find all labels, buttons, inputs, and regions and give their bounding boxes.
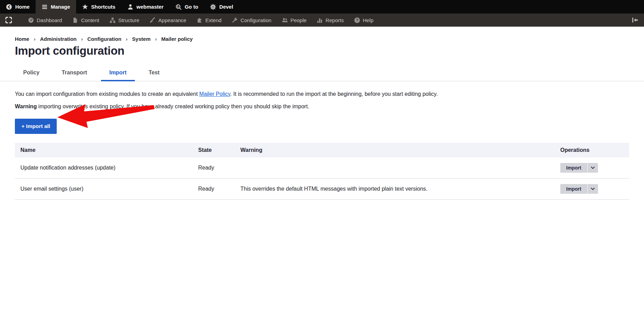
- menu-item-people[interactable]: People: [277, 13, 312, 27]
- menu-item-content[interactable]: Content: [67, 13, 104, 27]
- breadcrumb-system[interactable]: System: [132, 36, 150, 42]
- menu-item-label: Extend: [205, 17, 222, 23]
- column-header-name: Name: [15, 143, 193, 157]
- intro-paragraph: You can import configuration from existi…: [15, 91, 629, 98]
- intro-text: You can import configuration from existi…: [15, 91, 629, 110]
- people-icon: [282, 17, 288, 23]
- intro-pre-link-text: You can import configuration from existi…: [15, 91, 199, 97]
- menu-item-extend[interactable]: Extend: [192, 13, 227, 27]
- gauge-icon: [28, 17, 34, 23]
- toolbar-item-devel[interactable]: Devel: [204, 0, 239, 13]
- menu-item-structure[interactable]: Structure: [104, 13, 145, 27]
- file-icon: [72, 17, 78, 23]
- cell-warning: This overrides the default HTML messages…: [235, 179, 555, 200]
- bar-chart-icon: [317, 17, 323, 23]
- menu-item-label: Configuration: [240, 17, 271, 23]
- cell-state: Ready: [193, 179, 235, 200]
- paintbrush-icon: [150, 17, 156, 23]
- svg-text:?: ?: [356, 18, 358, 22]
- breadcrumb-separator: ›: [155, 36, 157, 42]
- hamburger-menu-icon: [42, 4, 48, 10]
- import-all-button[interactable]: + Import all: [15, 119, 57, 134]
- question-circle-icon: ?: [354, 17, 360, 23]
- warning-paragraph: Warning importing overwrites existing po…: [15, 103, 629, 110]
- toolbar-item-manage[interactable]: Manage: [36, 0, 76, 13]
- tab-policy[interactable]: Policy: [15, 65, 48, 81]
- breadcrumb-separator: ›: [34, 36, 36, 42]
- escape-admin-icon[interactable]: [0, 13, 17, 27]
- cell-operations: Import: [555, 157, 629, 179]
- cell-name: Update notification addresses (update): [15, 157, 193, 179]
- warning-bold-text: Warning: [15, 103, 37, 109]
- menu-item-help[interactable]: ? Help: [349, 13, 379, 27]
- toolbar-item-shortcuts[interactable]: Shortcuts: [76, 0, 121, 13]
- cell-operations: Import: [555, 179, 629, 200]
- menu-item-label: Appearance: [158, 17, 186, 23]
- page: Home Manage Shortcuts webmaster Go to: [0, 0, 644, 328]
- tab-transport[interactable]: Transport: [53, 65, 95, 81]
- chevron-down-icon[interactable]: [587, 163, 598, 173]
- toolbar-item-label: webmaster: [137, 4, 164, 10]
- table-row: User email settings (user) Ready This ov…: [15, 179, 629, 200]
- toolbar-item-label: Shortcuts: [91, 4, 116, 10]
- menu-item-label: Dashboard: [37, 17, 62, 23]
- menu-item-reports[interactable]: Reports: [312, 13, 349, 27]
- row-import-dropbutton[interactable]: Import: [560, 163, 598, 173]
- tabs-bar: Policy Transport Import Test: [0, 65, 644, 81]
- tab-test[interactable]: Test: [140, 65, 168, 81]
- mailer-policy-link[interactable]: Mailer Policy: [199, 91, 230, 97]
- search-icon: [175, 4, 182, 10]
- main-content: Home › Administration › Configuration › …: [0, 36, 644, 200]
- page-title: Import configuration: [15, 44, 629, 57]
- menu-item-label: Structure: [118, 17, 139, 23]
- toolbar-item-user[interactable]: webmaster: [121, 0, 169, 13]
- toolbar-item-goto[interactable]: Go to: [169, 0, 204, 13]
- wrench-icon: [232, 17, 238, 23]
- toolbar-item-label: Devel: [219, 4, 233, 10]
- menu-item-configuration[interactable]: Configuration: [227, 13, 276, 27]
- back-circle-icon: [6, 4, 12, 10]
- admin-toolbar-top: Home Manage Shortcuts webmaster Go to: [0, 0, 644, 13]
- cell-state: Ready: [193, 157, 235, 179]
- breadcrumb-mailer-policy[interactable]: Mailer policy: [161, 36, 193, 42]
- table-row: Update notification addresses (update) R…: [15, 157, 629, 179]
- import-button[interactable]: Import: [560, 184, 587, 194]
- cell-warning: [235, 157, 555, 179]
- toolbar-item-label: Home: [15, 4, 30, 10]
- gear-icon: [210, 4, 216, 10]
- row-import-dropbutton[interactable]: Import: [560, 184, 598, 194]
- menu-item-label: Reports: [325, 17, 344, 23]
- puzzle-icon: [197, 17, 203, 23]
- toolbar-item-label: Manage: [51, 4, 70, 10]
- menu-item-label: Content: [81, 17, 99, 23]
- sitemap-icon: [110, 17, 116, 23]
- breadcrumb-separator: ›: [81, 36, 83, 42]
- breadcrumb-separator: ›: [126, 36, 128, 42]
- cell-name: User email settings (user): [15, 179, 193, 200]
- user-icon: [127, 4, 134, 10]
- menu-item-appearance[interactable]: Appearance: [145, 13, 192, 27]
- breadcrumb-home[interactable]: Home: [15, 36, 29, 42]
- column-header-state: State: [193, 143, 235, 157]
- column-header-warning: Warning: [235, 143, 555, 157]
- toolbar-item-home[interactable]: Home: [0, 0, 36, 13]
- admin-toolbar-menu: Dashboard Content Structure Appearance E…: [0, 13, 644, 27]
- tab-import[interactable]: Import: [101, 65, 135, 81]
- menu-item-dashboard[interactable]: Dashboard: [23, 13, 67, 27]
- intro-post-link-text: . It is recommended to run the import at…: [230, 91, 438, 97]
- collapse-toolbar-icon[interactable]: [626, 13, 644, 27]
- import-button[interactable]: Import: [560, 163, 587, 173]
- breadcrumb-configuration[interactable]: Configuration: [88, 36, 121, 42]
- menu-item-label: Help: [363, 17, 374, 23]
- column-header-operations: Operations: [555, 143, 629, 157]
- breadcrumb-administration[interactable]: Administration: [40, 36, 77, 42]
- warning-rest-text: importing overwrites existing policy. If…: [37, 103, 309, 109]
- menu-item-label: People: [291, 17, 307, 23]
- breadcrumb: Home › Administration › Configuration › …: [15, 36, 629, 42]
- star-icon: [82, 4, 88, 10]
- import-table: Name State Warning Operations Update not…: [15, 143, 629, 200]
- chevron-down-icon[interactable]: [587, 184, 598, 194]
- toolbar-item-label: Go to: [185, 4, 198, 10]
- table-header-row: Name State Warning Operations: [15, 143, 629, 157]
